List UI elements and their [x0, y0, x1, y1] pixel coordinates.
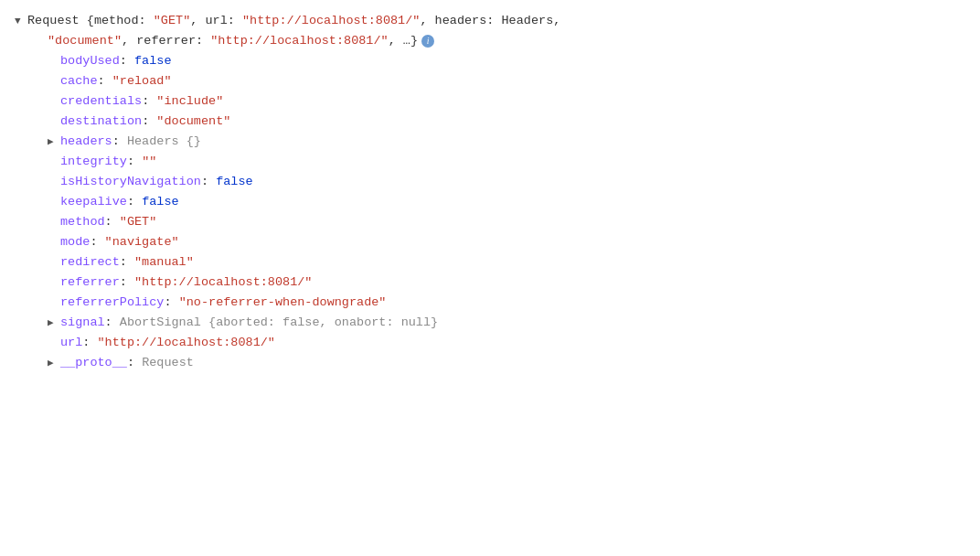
prop-sep: :: [201, 172, 216, 192]
prop-val: false: [216, 172, 253, 192]
no-toggle: [48, 235, 60, 251]
prop-val: "": [142, 152, 156, 172]
prop-sep: :: [112, 132, 127, 152]
prop-key: method: [60, 212, 105, 232]
summary-prefix: {method:: [80, 11, 154, 31]
prop-key: integrity: [60, 152, 127, 172]
list-item: referrer : "http://localhost:8081/": [15, 273, 980, 293]
no-toggle: [48, 255, 60, 272]
prop-val: "include": [156, 91, 223, 112]
prop-sep: :: [98, 71, 112, 91]
list-item: referrerPolicy : "no-referrer-when-downg…: [15, 293, 980, 313]
info-icon[interactable]: i: [421, 35, 434, 48]
prop-val: "reload": [112, 71, 172, 91]
prop-sep: :: [127, 152, 142, 172]
list-item: method : "GET": [15, 212, 980, 232]
prop-val: "http://localhost:8081/": [98, 333, 275, 353]
proto-toggle[interactable]: [48, 356, 60, 372]
prop-key: signal: [60, 313, 105, 333]
summary-line2-val: "document": [48, 31, 122, 51]
no-toggle: [48, 295, 60, 312]
prop-sep: :: [127, 353, 142, 373]
list-item: signal : AbortSignal {aborted: false, on…: [15, 313, 980, 333]
devtools-panel: Request {method: "GET" , url: "http://lo…: [15, 11, 980, 556]
prop-sep: :: [142, 112, 156, 132]
no-toggle: [48, 336, 60, 352]
no-toggle: [48, 94, 60, 111]
summary-headers-label: , headers: Headers,: [420, 11, 560, 31]
properties-list: bodyUsed : false cache : "reload" creden…: [15, 51, 980, 373]
list-item: bodyUsed : false: [15, 51, 980, 71]
prop-key: __proto__: [60, 353, 127, 373]
object-summary-line1: Request {method: "GET" , url: "http://lo…: [15, 11, 980, 31]
list-item: integrity : "": [15, 152, 980, 172]
prop-key: cache: [60, 71, 98, 91]
no-toggle: [48, 175, 60, 191]
prop-val: AbortSignal {aborted: false, onabort: nu…: [120, 313, 438, 333]
prop-key: bodyUsed: [60, 51, 120, 71]
no-toggle: [48, 215, 60, 231]
list-item: credentials : "include": [15, 91, 980, 112]
object-type: Request: [27, 11, 80, 31]
summary-method-val: "GET": [154, 11, 191, 31]
prop-sep: :: [120, 51, 134, 71]
list-item: __proto__ : Request: [15, 353, 980, 373]
list-item: destination : "document": [15, 112, 980, 132]
signal-toggle[interactable]: [48, 315, 60, 332]
prop-val: "http://localhost:8081/": [134, 273, 312, 293]
prop-sep: :: [82, 333, 97, 353]
prop-key: headers: [60, 132, 112, 152]
prop-key: url: [60, 333, 82, 353]
prop-sep: :: [105, 212, 120, 232]
prop-key: credentials: [60, 91, 142, 112]
no-toggle: [48, 74, 60, 91]
prop-key: isHistoryNavigation: [60, 172, 201, 192]
list-item: cache : "reload": [15, 71, 980, 91]
no-toggle: [48, 155, 60, 171]
prop-sep: :: [142, 91, 156, 112]
prop-val: "navigate": [105, 232, 179, 252]
summary-line2-end: , …}: [389, 31, 418, 51]
prop-sep: :: [127, 192, 142, 212]
summary-line2-ref-label: , referrer:: [122, 31, 210, 51]
prop-val: false: [142, 192, 179, 212]
prop-key: destination: [60, 112, 142, 132]
prop-sep: :: [164, 293, 178, 313]
prop-val: false: [134, 51, 172, 71]
prop-val: "no-referrer-when-downgrade": [179, 293, 387, 313]
prop-sep: :: [105, 313, 120, 333]
list-item: keepalive : false: [15, 192, 980, 212]
prop-key: redirect: [60, 252, 120, 273]
no-toggle: [48, 275, 60, 292]
prop-val: "GET": [120, 212, 157, 232]
prop-key: keepalive: [60, 192, 127, 212]
no-toggle: [48, 195, 60, 211]
prop-key: mode: [60, 232, 90, 252]
prop-val: Request: [142, 353, 194, 373]
summary-url-val: "http://localhost:8081/": [242, 11, 420, 31]
prop-val: "document": [156, 112, 230, 132]
prop-key: referrerPolicy: [60, 293, 164, 313]
list-item: redirect : "manual": [15, 252, 980, 273]
list-item: mode : "navigate": [15, 232, 980, 252]
prop-val: Headers {}: [127, 132, 201, 152]
list-item: headers : Headers {}: [15, 132, 980, 152]
prop-sep: :: [90, 232, 104, 252]
no-toggle: [48, 54, 60, 70]
list-item: isHistoryNavigation : false: [15, 172, 980, 192]
object-summary-line2: "document" , referrer: "http://localhost…: [15, 31, 980, 51]
no-toggle: [48, 114, 60, 131]
prop-sep: :: [120, 273, 134, 293]
root-toggle[interactable]: [15, 14, 27, 30]
summary-line2-ref-val: "http://localhost:8081/": [210, 31, 388, 51]
prop-sep: :: [120, 252, 134, 273]
summary-url-label: , url:: [190, 11, 242, 31]
prop-key: referrer: [60, 273, 120, 293]
prop-val: "manual": [134, 252, 194, 273]
list-item: url : "http://localhost:8081/": [15, 333, 980, 353]
headers-toggle[interactable]: [48, 134, 60, 151]
